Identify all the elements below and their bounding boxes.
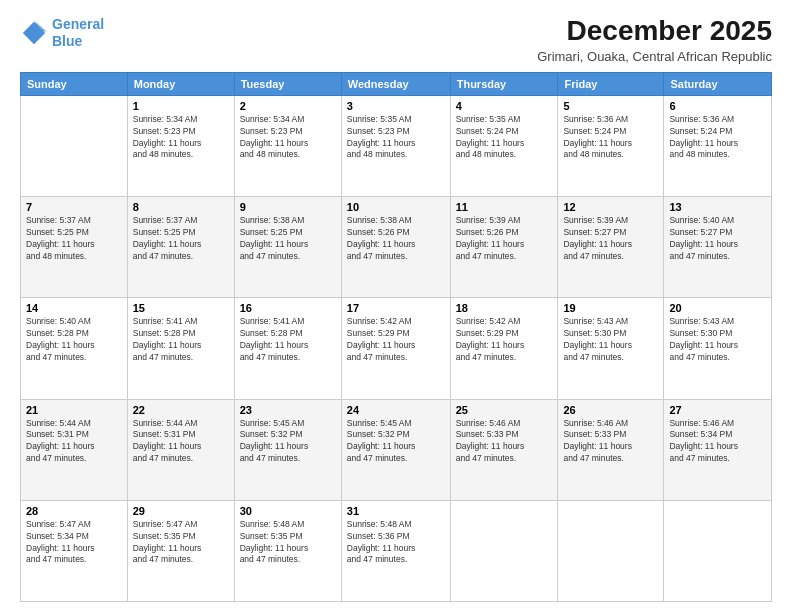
- main-title: December 2025: [537, 16, 772, 47]
- day-cell: 24Sunrise: 5:45 AM Sunset: 5:32 PM Dayli…: [341, 399, 450, 500]
- day-number: 11: [456, 201, 553, 213]
- day-number: 10: [347, 201, 445, 213]
- day-info: Sunrise: 5:40 AM Sunset: 5:28 PM Dayligh…: [26, 316, 122, 364]
- day-number: 29: [133, 505, 229, 517]
- day-cell: 27Sunrise: 5:46 AM Sunset: 5:34 PM Dayli…: [664, 399, 772, 500]
- day-number: 3: [347, 100, 445, 112]
- day-number: 7: [26, 201, 122, 213]
- day-number: 21: [26, 404, 122, 416]
- day-cell: 25Sunrise: 5:46 AM Sunset: 5:33 PM Dayli…: [450, 399, 558, 500]
- day-cell: 9Sunrise: 5:38 AM Sunset: 5:25 PM Daylig…: [234, 197, 341, 298]
- day-info: Sunrise: 5:43 AM Sunset: 5:30 PM Dayligh…: [563, 316, 658, 364]
- day-info: Sunrise: 5:40 AM Sunset: 5:27 PM Dayligh…: [669, 215, 766, 263]
- day-number: 2: [240, 100, 336, 112]
- day-info: Sunrise: 5:42 AM Sunset: 5:29 PM Dayligh…: [347, 316, 445, 364]
- day-cell: 28Sunrise: 5:47 AM Sunset: 5:34 PM Dayli…: [21, 500, 128, 601]
- day-number: 14: [26, 302, 122, 314]
- day-info: Sunrise: 5:36 AM Sunset: 5:24 PM Dayligh…: [563, 114, 658, 162]
- calendar-header: SundayMondayTuesdayWednesdayThursdayFrid…: [21, 72, 772, 95]
- day-info: Sunrise: 5:45 AM Sunset: 5:32 PM Dayligh…: [347, 418, 445, 466]
- day-cell: 20Sunrise: 5:43 AM Sunset: 5:30 PM Dayli…: [664, 298, 772, 399]
- day-info: Sunrise: 5:35 AM Sunset: 5:24 PM Dayligh…: [456, 114, 553, 162]
- logo-text: General Blue: [52, 16, 104, 50]
- day-cell: 17Sunrise: 5:42 AM Sunset: 5:29 PM Dayli…: [341, 298, 450, 399]
- day-cell: [450, 500, 558, 601]
- day-cell: [558, 500, 664, 601]
- day-info: Sunrise: 5:47 AM Sunset: 5:34 PM Dayligh…: [26, 519, 122, 567]
- day-info: Sunrise: 5:34 AM Sunset: 5:23 PM Dayligh…: [133, 114, 229, 162]
- day-number: 9: [240, 201, 336, 213]
- day-cell: 29Sunrise: 5:47 AM Sunset: 5:35 PM Dayli…: [127, 500, 234, 601]
- day-number: 23: [240, 404, 336, 416]
- day-info: Sunrise: 5:48 AM Sunset: 5:36 PM Dayligh…: [347, 519, 445, 567]
- day-number: 19: [563, 302, 658, 314]
- day-info: Sunrise: 5:42 AM Sunset: 5:29 PM Dayligh…: [456, 316, 553, 364]
- day-number: 20: [669, 302, 766, 314]
- day-cell: 18Sunrise: 5:42 AM Sunset: 5:29 PM Dayli…: [450, 298, 558, 399]
- day-cell: 13Sunrise: 5:40 AM Sunset: 5:27 PM Dayli…: [664, 197, 772, 298]
- day-number: 16: [240, 302, 336, 314]
- header-day-monday: Monday: [127, 72, 234, 95]
- day-cell: 26Sunrise: 5:46 AM Sunset: 5:33 PM Dayli…: [558, 399, 664, 500]
- day-info: Sunrise: 5:44 AM Sunset: 5:31 PM Dayligh…: [133, 418, 229, 466]
- day-cell: 10Sunrise: 5:38 AM Sunset: 5:26 PM Dayli…: [341, 197, 450, 298]
- day-info: Sunrise: 5:36 AM Sunset: 5:24 PM Dayligh…: [669, 114, 766, 162]
- header-day-saturday: Saturday: [664, 72, 772, 95]
- day-cell: 16Sunrise: 5:41 AM Sunset: 5:28 PM Dayli…: [234, 298, 341, 399]
- day-info: Sunrise: 5:46 AM Sunset: 5:33 PM Dayligh…: [563, 418, 658, 466]
- day-number: 13: [669, 201, 766, 213]
- day-cell: 31Sunrise: 5:48 AM Sunset: 5:36 PM Dayli…: [341, 500, 450, 601]
- day-cell: [664, 500, 772, 601]
- week-row-3: 14Sunrise: 5:40 AM Sunset: 5:28 PM Dayli…: [21, 298, 772, 399]
- week-row-5: 28Sunrise: 5:47 AM Sunset: 5:34 PM Dayli…: [21, 500, 772, 601]
- day-info: Sunrise: 5:38 AM Sunset: 5:26 PM Dayligh…: [347, 215, 445, 263]
- day-cell: 14Sunrise: 5:40 AM Sunset: 5:28 PM Dayli…: [21, 298, 128, 399]
- week-row-2: 7Sunrise: 5:37 AM Sunset: 5:25 PM Daylig…: [21, 197, 772, 298]
- day-number: 15: [133, 302, 229, 314]
- day-cell: 7Sunrise: 5:37 AM Sunset: 5:25 PM Daylig…: [21, 197, 128, 298]
- week-row-4: 21Sunrise: 5:44 AM Sunset: 5:31 PM Dayli…: [21, 399, 772, 500]
- logo-icon: [20, 19, 48, 47]
- day-info: Sunrise: 5:47 AM Sunset: 5:35 PM Dayligh…: [133, 519, 229, 567]
- day-cell: 12Sunrise: 5:39 AM Sunset: 5:27 PM Dayli…: [558, 197, 664, 298]
- svg-marker-1: [34, 20, 47, 31]
- header: General Blue December 2025 Grimari, Ouak…: [20, 16, 772, 64]
- day-number: 5: [563, 100, 658, 112]
- header-day-friday: Friday: [558, 72, 664, 95]
- subtitle: Grimari, Ouaka, Central African Republic: [537, 49, 772, 64]
- day-info: Sunrise: 5:38 AM Sunset: 5:25 PM Dayligh…: [240, 215, 336, 263]
- day-info: Sunrise: 5:39 AM Sunset: 5:27 PM Dayligh…: [563, 215, 658, 263]
- logo-line2: Blue: [52, 33, 82, 49]
- header-day-wednesday: Wednesday: [341, 72, 450, 95]
- day-number: 24: [347, 404, 445, 416]
- day-cell: 3Sunrise: 5:35 AM Sunset: 5:23 PM Daylig…: [341, 95, 450, 196]
- day-info: Sunrise: 5:44 AM Sunset: 5:31 PM Dayligh…: [26, 418, 122, 466]
- day-number: 30: [240, 505, 336, 517]
- day-number: 25: [456, 404, 553, 416]
- calendar-body: 1Sunrise: 5:34 AM Sunset: 5:23 PM Daylig…: [21, 95, 772, 601]
- calendar: SundayMondayTuesdayWednesdayThursdayFrid…: [20, 72, 772, 602]
- title-block: December 2025 Grimari, Ouaka, Central Af…: [537, 16, 772, 64]
- day-number: 18: [456, 302, 553, 314]
- day-info: Sunrise: 5:41 AM Sunset: 5:28 PM Dayligh…: [133, 316, 229, 364]
- day-info: Sunrise: 5:46 AM Sunset: 5:33 PM Dayligh…: [456, 418, 553, 466]
- day-number: 17: [347, 302, 445, 314]
- week-row-1: 1Sunrise: 5:34 AM Sunset: 5:23 PM Daylig…: [21, 95, 772, 196]
- day-number: 26: [563, 404, 658, 416]
- day-info: Sunrise: 5:45 AM Sunset: 5:32 PM Dayligh…: [240, 418, 336, 466]
- day-cell: 11Sunrise: 5:39 AM Sunset: 5:26 PM Dayli…: [450, 197, 558, 298]
- day-number: 1: [133, 100, 229, 112]
- day-cell: 2Sunrise: 5:34 AM Sunset: 5:23 PM Daylig…: [234, 95, 341, 196]
- day-cell: 21Sunrise: 5:44 AM Sunset: 5:31 PM Dayli…: [21, 399, 128, 500]
- day-info: Sunrise: 5:48 AM Sunset: 5:35 PM Dayligh…: [240, 519, 336, 567]
- logo: General Blue: [20, 16, 104, 50]
- day-cell: 6Sunrise: 5:36 AM Sunset: 5:24 PM Daylig…: [664, 95, 772, 196]
- day-info: Sunrise: 5:43 AM Sunset: 5:30 PM Dayligh…: [669, 316, 766, 364]
- day-cell: 5Sunrise: 5:36 AM Sunset: 5:24 PM Daylig…: [558, 95, 664, 196]
- day-number: 31: [347, 505, 445, 517]
- day-info: Sunrise: 5:34 AM Sunset: 5:23 PM Dayligh…: [240, 114, 336, 162]
- day-number: 12: [563, 201, 658, 213]
- day-cell: 8Sunrise: 5:37 AM Sunset: 5:25 PM Daylig…: [127, 197, 234, 298]
- day-cell: 22Sunrise: 5:44 AM Sunset: 5:31 PM Dayli…: [127, 399, 234, 500]
- day-cell: 30Sunrise: 5:48 AM Sunset: 5:35 PM Dayli…: [234, 500, 341, 601]
